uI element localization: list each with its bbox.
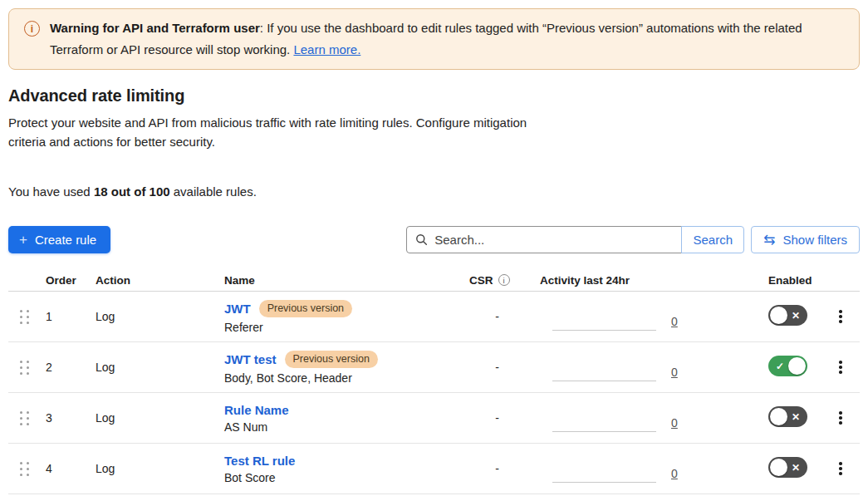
usage-suffix: available rules. [170,184,257,199]
rule-criteria: AS Num [224,420,469,434]
enabled-toggle[interactable]: ✕ [768,305,807,326]
kebab-menu-button[interactable] [834,407,847,429]
toggle-x-icon: ✕ [792,463,800,473]
name-cell: JWT test Previous version Body, Bot Scor… [224,351,469,385]
warning-text: Warning for API and Terraform user: If y… [50,17,831,61]
activity-sparkline [552,360,656,381]
col-header-activity: Activity last 24hr [540,274,768,287]
toggle-knob [770,307,787,324]
previous-version-badge: Previous version [285,351,378,368]
activity-count-link[interactable]: 0 [671,467,678,480]
page-description: Protect your website and API from malici… [8,113,527,151]
toggle-knob [770,408,787,425]
activity-count-link[interactable]: 0 [671,315,678,328]
drag-handle-icon[interactable] [20,411,30,425]
kebab-menu-button[interactable] [834,356,847,378]
warning-info-icon: i [24,21,40,37]
name-cell: JWT Previous version Referer [224,300,469,334]
table-header-row: Order Action Name CSR i Activity last 24… [8,269,860,292]
action-cell: Log [96,361,224,374]
table-row: 4 Log Test RL rule Bot Score - 0 ✕ [8,444,860,494]
toggle-knob [788,357,806,375]
rule-name-link[interactable]: JWT [224,302,251,316]
search-button[interactable]: Search [681,226,744,253]
col-header-action: Action [96,274,224,287]
drag-handle-icon[interactable] [20,361,30,375]
rules-table: Order Action Name CSR i Activity last 24… [8,269,860,494]
csr-cell: - [469,411,540,425]
col-header-csr: CSR i [469,274,540,287]
usage-prefix: You have used [8,184,94,199]
toggle-check-icon: ✓ [776,361,784,371]
warning-banner: i Warning for API and Terraform user: If… [8,8,860,70]
search-group: Search ⇆ Show filters [406,226,860,253]
col-header-name: Name [224,274,469,287]
kebab-menu-button[interactable] [834,306,847,327]
search-input[interactable] [434,233,673,247]
enabled-toggle[interactable]: ✕ [768,457,807,478]
rule-criteria: Body, Bot Score, Header [224,371,469,385]
drag-handle-icon[interactable] [20,462,30,476]
table-row: 3 Log Rule Name AS Num - 0 ✕ [8,393,860,444]
activity-cell: 0 [540,360,768,392]
kebab-menu-button[interactable] [834,458,847,479]
create-rule-label: Create rule [35,233,96,247]
activity-sparkline [552,461,656,483]
show-filters-label: Show filters [782,233,847,247]
rule-criteria: Referer [224,321,469,334]
toggle-x-icon: ✕ [792,311,800,321]
order-cell: 4 [46,462,96,475]
rule-name-link[interactable]: Rule Name [224,403,289,417]
name-cell: Test RL rule Bot Score [224,454,469,484]
csr-cell: - [469,361,540,374]
table-row: 2 Log JWT test Previous version Body, Bo… [8,342,860,393]
search-box [406,226,682,253]
rule-criteria: Bot Score [224,471,469,484]
order-cell: 3 [46,411,96,425]
activity-count-link[interactable]: 0 [671,416,678,430]
order-cell: 1 [46,310,96,323]
action-cell: Log [96,462,224,475]
toolbar: + Create rule Search ⇆ Show filters [8,226,860,253]
warning-text-bold: Warning for API and Terraform user [50,21,260,35]
action-cell: Log [96,310,224,323]
create-rule-button[interactable]: + Create rule [8,226,110,253]
activity-sparkline [552,309,656,331]
advanced-rate-limiting-page: i Warning for API and Terraform user: If… [0,0,868,494]
toggle-knob [770,459,787,476]
rule-name-link[interactable]: Test RL rule [224,454,295,468]
toggle-x-icon: ✕ [792,412,800,422]
page-title: Advanced rate limiting [8,86,860,106]
filters-icon: ⇆ [763,233,775,247]
activity-count-link[interactable]: 0 [671,366,678,379]
csr-info-icon[interactable]: i [498,274,510,286]
usage-summary: You have used 18 out of 100 available ru… [8,184,860,199]
activity-cell: 0 [540,309,768,341]
previous-version-badge: Previous version [259,300,352,317]
table-row: 1 Log JWT Previous version Referer - 0 ✕ [8,292,860,342]
name-cell: Rule Name AS Num [224,403,469,434]
action-cell: Log [96,411,224,425]
enabled-toggle[interactable]: ✕ [768,406,807,427]
csr-label: CSR [469,274,493,287]
activity-cell: 0 [540,410,768,443]
rule-name-link[interactable]: JWT test [224,352,277,366]
enabled-toggle[interactable]: ✓ [768,356,807,376]
order-cell: 2 [46,361,96,374]
csr-cell: - [469,310,540,323]
learn-more-link[interactable]: Learn more. [293,42,360,56]
show-filters-button[interactable]: ⇆ Show filters [751,226,860,253]
usage-count: 18 out of 100 [94,184,170,199]
activity-sparkline [552,410,656,432]
col-header-order: Order [46,274,96,287]
col-header-enabled: Enabled [768,274,831,287]
activity-cell: 0 [540,461,768,494]
drag-handle-icon[interactable] [20,310,30,324]
csr-cell: - [469,462,540,475]
search-icon [415,233,428,246]
plus-icon: + [19,233,27,247]
